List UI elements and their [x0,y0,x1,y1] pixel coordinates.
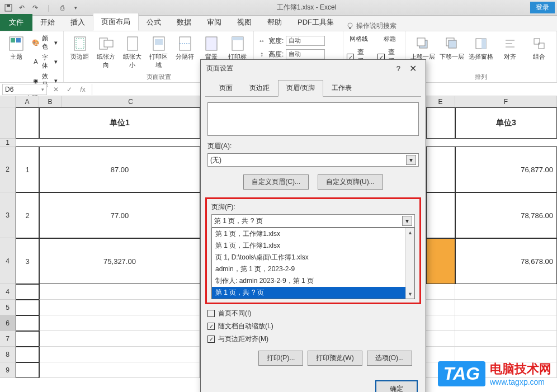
cell[interactable] [39,331,200,347]
cell[interactable] [455,300,557,315]
tab-view[interactable]: 视图 [229,14,259,31]
custom-header-button[interactable]: 自定义页眉(C)... [243,174,309,190]
footer-combo[interactable]: 第 1 页，共 ? 页 ▾ [211,214,415,228]
row-header[interactable] [0,107,16,139]
cell[interactable] [426,238,455,284]
cell[interactable]: 78,786.00 [455,192,557,238]
col-header-e[interactable]: E [426,96,455,107]
row-header[interactable]: 3 [0,192,16,238]
name-box[interactable]: D6▾ [2,84,47,95]
select-all-corner[interactable] [0,96,16,107]
tab-review[interactable]: 审阅 [199,14,229,31]
tab-pdf[interactable]: PDF工具集 [290,14,342,31]
header-combo[interactable]: (无) ▾ [207,153,419,167]
height-input[interactable]: 自动 [286,49,325,59]
orientation-button[interactable]: 纸张方向 [93,34,119,70]
size-button[interactable]: 纸张大小 [120,34,145,70]
row-header[interactable]: 7 [0,331,16,347]
cell[interactable] [16,347,39,362]
save-icon[interactable] [2,2,15,14]
dlg-tab-header-footer[interactable]: 页眉/页脚 [278,80,323,97]
row-header[interactable]: 2 [0,147,16,192]
cell[interactable]: 3 [16,238,39,284]
cell[interactable] [39,347,200,362]
cancel-formula-icon[interactable]: ✕ [50,84,62,95]
col-header-a[interactable]: A [16,96,39,107]
cell[interactable] [16,331,39,347]
cell[interactable] [426,300,455,315]
col-header-c[interactable]: C [62,96,200,107]
cell[interactable] [455,347,557,362]
row-header[interactable]: 4 [0,284,16,300]
scroll-down-icon[interactable]: ▼ [406,290,414,299]
cell[interactable] [455,284,557,300]
qat-dropdown-icon[interactable]: ▾ [69,2,82,14]
cell[interactable] [426,331,455,347]
cell[interactable]: 76,877.00 [455,147,557,192]
tell-me-search[interactable]: 操作说明搜索 [346,21,396,31]
tab-insert[interactable]: 插入 [63,14,93,31]
print-area-button[interactable]: 打印区域 [146,34,171,70]
tab-help[interactable]: 帮助 [259,14,290,31]
diff-first-page-check[interactable]: 首页不同(I) [207,309,419,318]
scale-with-doc-check[interactable]: ✓随文档自动缩放(L) [207,322,419,331]
login-button[interactable]: 登录 [530,2,555,13]
tab-home[interactable]: 开始 [32,14,63,31]
scroll-up-icon[interactable]: ▲ [406,228,414,237]
theme-fonts[interactable]: A字体 ▾ [30,53,60,70]
dlg-tab-page[interactable]: 页面 [211,80,241,96]
cell[interactable]: 87.00 [39,147,200,192]
redo-icon[interactable]: ↷ [29,2,41,14]
cell[interactable]: 75,327.00 [39,238,200,284]
cell[interactable] [16,362,39,378]
row-header[interactable]: 5 [0,300,16,315]
margins-button[interactable]: 页边距 [67,34,92,62]
cell[interactable]: 78,678.00 [455,238,557,284]
fx-icon[interactable]: fx [77,84,88,95]
footer-option[interactable]: 第 1 页，共 ? 页 [212,287,414,299]
dlg-tab-margins[interactable]: 页边距 [241,80,278,96]
cell[interactable] [16,284,39,300]
enter-formula-icon[interactable]: ✓ [64,84,75,95]
chevron-down-icon[interactable]: ▾ [402,216,412,226]
theme-colors[interactable]: 🎨颜色 ▾ [30,34,60,51]
tab-file[interactable]: 文件 [0,14,32,31]
cell[interactable] [426,147,455,192]
cell[interactable] [455,331,557,347]
cell-unit1-header[interactable]: 单位1 [39,107,200,139]
scrollbar[interactable]: ▲ ▼ [405,228,414,299]
tab-page-layout[interactable]: 页面布局 [93,13,139,31]
ok-button[interactable]: 确定 [375,380,418,392]
cell[interactable] [39,300,200,315]
dialog-close-icon[interactable]: ✕ [406,63,420,74]
send-backward-button[interactable]: 下移一层 [438,34,466,62]
chevron-down-icon[interactable]: ▾ [406,155,416,165]
row-header[interactable]: 8 [0,347,16,362]
options-button[interactable]: 选项(O)... [367,351,412,366]
cell[interactable] [39,362,200,378]
background-button[interactable]: 背景 [199,34,224,62]
cell[interactable]: 2 [16,192,39,238]
bring-forward-button[interactable]: 上移一层 [409,34,437,62]
cell[interactable] [39,315,200,331]
align-button[interactable]: 对齐 [496,34,524,62]
selection-pane-button[interactable]: 选择窗格 [467,34,495,62]
dlg-tab-sheet[interactable]: 工作表 [323,80,360,96]
breaks-button[interactable]: 分隔符 [172,34,197,62]
footer-option[interactable]: 第 1 页，工作簿1.xlsx [212,240,414,252]
cell[interactable] [426,192,455,238]
preview-icon[interactable]: ⎙ [56,2,68,14]
group-button[interactable]: 组合 [525,34,553,62]
row-header[interactable]: 4 [0,238,16,284]
row-header[interactable]: 9 [0,362,16,378]
cell[interactable]: 77.00 [39,192,200,238]
cell[interactable] [455,315,557,331]
print-preview-button[interactable]: 打印预览(W) [308,351,362,366]
cell[interactable] [426,315,455,331]
footer-option[interactable]: admin，第 1 页，2023-2-9 [212,263,414,275]
print-button[interactable]: 打印(P)... [258,351,303,366]
footer-option[interactable]: 第 1 页，工作簿1.xlsx [212,228,414,240]
undo-icon[interactable]: ↶ [16,2,28,14]
custom-footer-button[interactable]: 自定义页脚(U)... [318,174,383,190]
align-margins-check[interactable]: ✓与页边距对齐(M) [207,334,419,344]
